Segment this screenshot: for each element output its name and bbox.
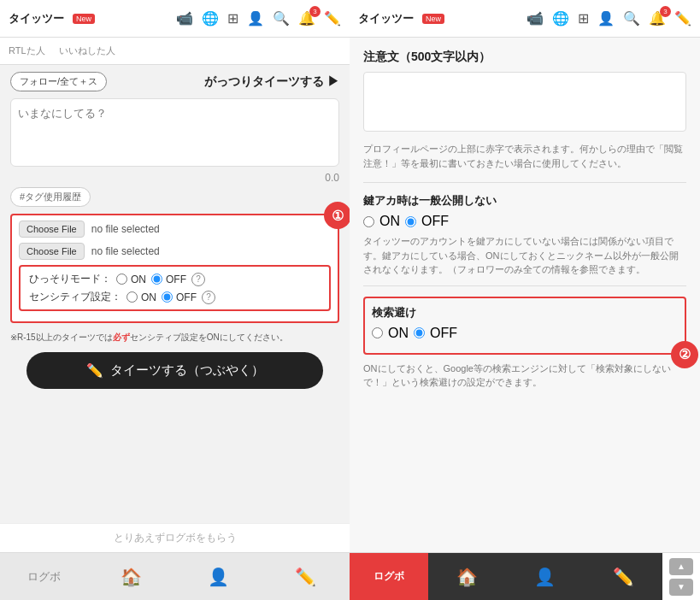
search-on-label[interactable]: ON bbox=[388, 326, 409, 341]
tweet-button-icon: ✏️ bbox=[86, 362, 103, 379]
r-edit-nav-btn[interactable]: ✏️ bbox=[585, 553, 663, 600]
search-title: 検索避け bbox=[372, 305, 678, 321]
left-nav-icons: 📹 🌐 ⊞ 👤 🔍 🔔 ✏️ bbox=[176, 10, 341, 26]
person-nav-btn[interactable]: 👤 bbox=[175, 553, 262, 600]
left-content: フォロー/全て＋ス がっつりタイーツする ▶ 0.0 #タグ使用履歴 ① Cho… bbox=[0, 65, 350, 523]
tweet-button-label: タイーツする（つぶやく） bbox=[110, 362, 264, 379]
kagi-on-label[interactable]: ON bbox=[379, 214, 400, 229]
note-textarea[interactable] bbox=[363, 72, 686, 132]
kagi-off-label[interactable]: OFF bbox=[421, 214, 449, 229]
logbo-link-text[interactable]: とりあえずログボをもらう bbox=[114, 532, 237, 544]
character-counter: 0.0 bbox=[325, 172, 339, 184]
search-on-radio[interactable] bbox=[372, 327, 383, 338]
hissori-radio-on: ON bbox=[116, 274, 146, 285]
divider-1 bbox=[363, 182, 686, 183]
right-nav-badge: New bbox=[422, 14, 444, 24]
sensitive-on-radio[interactable] bbox=[126, 291, 138, 303]
logbo-nav-btn[interactable]: ログボ bbox=[0, 553, 87, 600]
r-edit-nav-icon: ✏️ bbox=[613, 567, 634, 587]
r-logbo-nav-btn[interactable]: ログボ bbox=[350, 553, 428, 600]
scroll-up-btn[interactable]: ▲ bbox=[669, 558, 693, 575]
search-icon[interactable]: 🔍 bbox=[273, 10, 290, 26]
sensitive-radio-on: ON bbox=[126, 291, 156, 303]
annotation-2: ② bbox=[671, 341, 698, 368]
globe-icon[interactable]: 🌐 bbox=[202, 10, 219, 26]
left-tab-row: RTLた人 いいねした人 bbox=[0, 38, 350, 65]
kagi-on-radio[interactable] bbox=[363, 216, 374, 227]
kagi-hint: タイッツーのアカウントを鍵アカにしていない場合には関係がない項目です。鍵アカにし… bbox=[363, 234, 686, 277]
choose-file-button-1[interactable]: Choose File bbox=[19, 221, 85, 238]
sensitive-on-label[interactable]: ON bbox=[141, 291, 156, 303]
choose-file-button-2[interactable]: Choose File bbox=[19, 243, 85, 260]
hissori-off-radio[interactable] bbox=[151, 274, 162, 285]
sensitive-radio-off: OFF bbox=[162, 291, 197, 303]
right-brand: タイッツー bbox=[358, 11, 414, 26]
r-bell-icon[interactable]: 🔔 bbox=[649, 10, 666, 26]
tweet-button[interactable]: ✏️ タイーツする（つぶやく） bbox=[26, 352, 323, 389]
video-icon[interactable]: 📹 bbox=[176, 10, 193, 26]
file-label-1: no file selected bbox=[91, 223, 160, 235]
kagi-section: 鍵アカ時は一般公開しない ON OFF タイッツーのアカウントを鍵アカにしていな… bbox=[363, 193, 686, 277]
right-nav-icons: 📹 🌐 ⊞ 👤 🔍 🔔 ✏️ bbox=[526, 10, 691, 26]
kagi-title: 鍵アカ時は一般公開しない bbox=[363, 193, 686, 209]
tag-history-button[interactable]: #タグ使用履歴 bbox=[10, 187, 91, 207]
hissori-on-radio[interactable] bbox=[116, 274, 127, 285]
right-bottom-nav: ログボ 🏠 👤 ✏️ ▲ ▼ bbox=[350, 552, 700, 600]
r-person-nav-icon: 👤 bbox=[534, 567, 556, 587]
r-search-icon[interactable]: 🔍 bbox=[623, 10, 640, 26]
r-person-nav-btn[interactable]: 👤 bbox=[506, 553, 585, 600]
file-upload-box: ① Choose File no file selected Choose Fi… bbox=[10, 214, 339, 323]
r-person-icon[interactable]: 👤 bbox=[597, 10, 615, 26]
sensitive-off-label[interactable]: OFF bbox=[176, 291, 197, 303]
counter-row: 0.0 bbox=[10, 172, 339, 184]
r-logbo-label: ログボ bbox=[374, 569, 404, 584]
file-label-2: no file selected bbox=[91, 245, 160, 257]
r-grid-icon[interactable]: ⊞ bbox=[578, 10, 589, 26]
note-hint: プロフィールページの上部に赤字で表示されます。何かしらの理由で「閲覧注意！」等を… bbox=[363, 142, 686, 170]
pencil-icon[interactable]: ✏️ bbox=[324, 10, 341, 26]
edit-nav-icon: ✏️ bbox=[295, 567, 316, 587]
gatsuri-button[interactable]: がっつりタイーツする ▶ bbox=[204, 74, 339, 90]
r-pencil-icon[interactable]: ✏️ bbox=[674, 10, 691, 26]
search-section-box: 検索避け ON OFF ② bbox=[363, 297, 686, 355]
tab-like[interactable]: いいねした人 bbox=[59, 44, 115, 57]
left-brand: タイッツー bbox=[9, 11, 64, 26]
search-off-label[interactable]: OFF bbox=[430, 326, 457, 341]
scroll-controls: ▲ ▼ bbox=[662, 558, 700, 596]
scroll-down-btn[interactable]: ▼ bbox=[669, 579, 693, 596]
r-globe-icon[interactable]: 🌐 bbox=[552, 10, 569, 26]
file-row-2: Choose File no file selected bbox=[19, 243, 331, 260]
sensitive-note: ※R-15以上のタイーツでは必ずセンシティブ設定をONにしてください。 bbox=[10, 332, 339, 344]
search-toggle-row: ON OFF bbox=[372, 326, 678, 341]
action-row: フォロー/全て＋ス がっつりタイーツする ▶ bbox=[10, 72, 339, 91]
tab-rtl[interactable]: RTLた人 bbox=[9, 44, 45, 57]
r-video-icon[interactable]: 📹 bbox=[526, 10, 544, 26]
left-bottom-nav: ログボ 🏠 👤 ✏️ bbox=[0, 552, 350, 600]
sensitive-off-radio[interactable] bbox=[162, 291, 173, 303]
annotation-1: ① bbox=[324, 202, 350, 229]
edit-nav-btn[interactable]: ✏️ bbox=[262, 553, 350, 600]
hissori-on-label[interactable]: ON bbox=[131, 274, 146, 285]
left-nav-badge: New bbox=[73, 14, 95, 24]
bell-icon[interactable]: 🔔 bbox=[298, 10, 315, 26]
logbo-link[interactable]: とりあえずログボをもらう bbox=[0, 523, 350, 552]
divider-2 bbox=[363, 285, 686, 286]
search-off-radio[interactable] bbox=[414, 327, 425, 338]
file-row-1: Choose File no file selected bbox=[19, 221, 331, 238]
person-nav-icon: 👤 bbox=[208, 567, 229, 587]
home-icon: 🏠 bbox=[121, 567, 142, 587]
tweet-textarea[interactable] bbox=[10, 98, 339, 167]
hissori-help-icon[interactable]: ? bbox=[191, 273, 205, 286]
home-nav-btn[interactable]: 🏠 bbox=[87, 553, 174, 600]
sensitive-help-icon[interactable]: ? bbox=[202, 291, 215, 304]
kagi-toggle-row: ON OFF bbox=[363, 214, 686, 229]
settings-box: ひっそりモード： ON OFF ? センシティブ設定： ON bbox=[19, 265, 331, 311]
kagi-off-radio[interactable] bbox=[405, 216, 416, 227]
hissori-label: ひっそりモード： bbox=[29, 272, 111, 286]
grid-icon[interactable]: ⊞ bbox=[227, 10, 238, 26]
r-home-nav-btn[interactable]: 🏠 bbox=[428, 553, 507, 600]
follow-button[interactable]: フォロー/全て＋ス bbox=[10, 72, 107, 91]
hissori-off-label[interactable]: OFF bbox=[166, 274, 186, 285]
sensitive-label: センシティブ設定： bbox=[29, 290, 121, 304]
person-icon[interactable]: 👤 bbox=[247, 10, 264, 26]
